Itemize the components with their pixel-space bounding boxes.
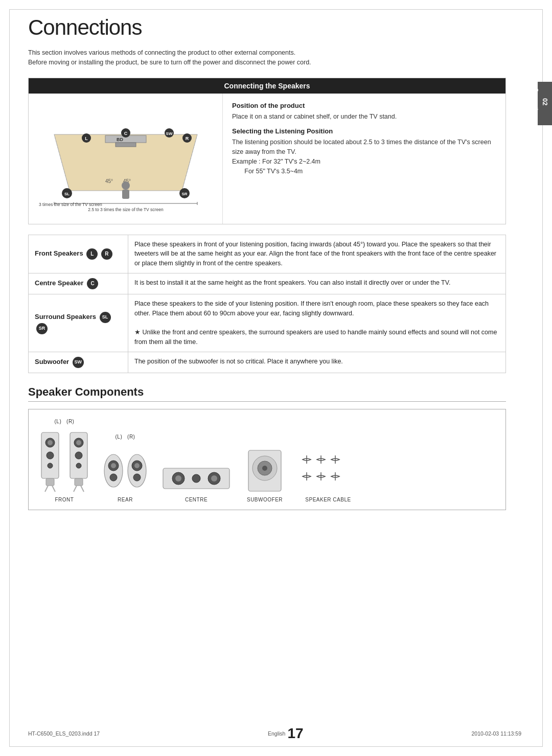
svg-line-42 xyxy=(81,486,84,492)
connecting-speakers-header: Connecting the Speakers xyxy=(29,78,505,94)
centre-speaker-label: Centre Speaker C xyxy=(29,273,128,294)
side-tab-number: 02 xyxy=(541,98,549,105)
svg-line-33 xyxy=(45,486,48,492)
speakers-diagram: 45° 45° BD C SW L xyxy=(29,94,223,224)
svg-text:R: R xyxy=(185,136,189,141)
speaker-components-title: Speaker Components xyxy=(28,385,506,402)
intro-line2: Before moving or installing the product,… xyxy=(28,58,506,67)
side-tab-label: Connections xyxy=(533,88,539,119)
surround-speakers-label: Surround Speakers SL SR xyxy=(29,294,128,352)
svg-point-37 xyxy=(76,440,81,445)
page-footer: HT-C6500_ELS_0203.indd 17 English 17 201… xyxy=(28,725,521,742)
svg-point-54 xyxy=(192,474,200,483)
svg-point-31 xyxy=(48,463,53,468)
svg-point-50 xyxy=(133,474,141,481)
component-subwoofer: SUBWOOFER xyxy=(244,448,285,502)
svg-text:2.5 to 3 times the size of the: 2.5 to 3 times the size of the TV screen xyxy=(88,207,164,212)
svg-text:SL: SL xyxy=(64,192,69,196)
badge-L: L xyxy=(86,248,98,260)
svg-text:BD: BD xyxy=(117,137,123,142)
example-line2: For 55" TV's 3.5~4m xyxy=(244,168,303,175)
speakers-info: Position of the product Place it on a st… xyxy=(223,94,505,224)
position-heading: Position of the product xyxy=(232,102,496,109)
listening-text: The listening position should be located… xyxy=(232,138,496,176)
speaker-cable-svg xyxy=(297,453,359,494)
page-number-area: English 17 xyxy=(268,725,304,742)
page-number: 17 xyxy=(287,725,303,742)
footer-left: HT-C6500_ELS_0203.indd 17 xyxy=(28,730,100,737)
badge-SW: SW xyxy=(73,357,84,368)
table-row: Front Speakers L R Place these speakers … xyxy=(29,235,506,273)
speaker-cable-label: SPEAKER CABLE xyxy=(305,497,351,502)
svg-rect-40 xyxy=(75,478,83,486)
svg-point-45 xyxy=(111,463,116,468)
speaker-diagram-svg: 45° 45° BD C SW L xyxy=(39,104,213,216)
centre-speaker-desc: It is best to install it at the same hei… xyxy=(128,273,506,294)
example-line1: Example : For 32" TV's 2~2.4m xyxy=(232,158,320,165)
rear-sublabel: (L) (R) xyxy=(116,434,135,440)
svg-text:SW: SW xyxy=(166,131,172,136)
footer-right: 2010-02-03 11:13:59 xyxy=(472,730,522,737)
badge-SR: SR xyxy=(36,323,48,334)
badge-R: R xyxy=(101,248,112,260)
subwoofer-label: SUBWOOFER xyxy=(247,497,283,502)
svg-point-30 xyxy=(47,452,54,459)
svg-line-41 xyxy=(74,486,77,492)
component-front: (L) (R) xyxy=(39,419,90,502)
svg-text:L: L xyxy=(85,136,88,141)
intro-text: This section involves various methods of… xyxy=(28,48,506,67)
svg-point-56 xyxy=(211,475,217,482)
front-label: FRONT xyxy=(55,497,74,502)
svg-point-39 xyxy=(76,463,81,468)
speakers-content: 45° 45° BD C SW L xyxy=(29,94,505,224)
svg-point-60 xyxy=(262,466,267,471)
svg-text:2.5 to 3 times the size of the: 2.5 to 3 times the size of the TV screen xyxy=(39,202,102,207)
svg-point-46 xyxy=(110,474,117,481)
svg-point-49 xyxy=(134,463,140,468)
side-tab: 02 Connections xyxy=(538,82,552,125)
centre-label: CENTRE xyxy=(185,497,208,502)
listening-heading: Selecting the Listening Position xyxy=(232,127,496,135)
svg-rect-21 xyxy=(122,190,129,199)
main-content: Connections This section involves variou… xyxy=(28,15,521,510)
connecting-speakers-section: Connecting the Speakers 45° 45° xyxy=(28,78,506,224)
component-centre: CENTRE xyxy=(160,463,232,502)
listening-text-content: The listening position should be located… xyxy=(232,139,491,155)
svg-rect-32 xyxy=(46,478,54,486)
svg-point-29 xyxy=(48,440,53,445)
page-title: Connections xyxy=(28,15,506,40)
svg-text:45°: 45° xyxy=(105,178,113,184)
component-rear: (L) (R) REAR xyxy=(102,434,148,502)
centre-speaker-svg xyxy=(160,463,232,494)
rear-label: REAR xyxy=(118,497,133,502)
component-speaker-cable: SPEAKER CABLE xyxy=(297,453,359,502)
table-row: Centre Speaker C It is best to install i… xyxy=(29,273,506,294)
position-text: Place it on a stand or cabinet shelf, or… xyxy=(232,112,496,122)
rear-speakers-svg xyxy=(102,443,148,494)
subwoofer-label: Subwoofer SW xyxy=(29,352,128,373)
svg-line-34 xyxy=(52,486,55,492)
surround-speakers-desc: Place these speakers to the side of your… xyxy=(128,294,506,352)
svg-text:C: C xyxy=(124,131,127,136)
svg-rect-6 xyxy=(116,143,136,147)
svg-point-20 xyxy=(122,181,130,190)
speaker-components-section: Speaker Components (L) (R) xyxy=(28,385,506,510)
table-row: Surround Speakers SL SR Place these spea… xyxy=(29,294,506,352)
svg-text:SR: SR xyxy=(181,192,187,196)
front-speakers-label: Front Speakers L R xyxy=(29,235,128,273)
language-label: English xyxy=(268,730,285,737)
svg-point-53 xyxy=(175,475,181,482)
front-sublabel: (L) (R) xyxy=(55,419,75,424)
intro-line1: This section involves various methods of… xyxy=(28,48,506,58)
subwoofer-desc: The position of the subwoofer is not so … xyxy=(128,352,506,373)
table-row: Subwoofer SW The position of the subwoof… xyxy=(29,352,506,373)
badge-C: C xyxy=(87,278,98,289)
front-speakers-desc: Place these speakers in front of your li… xyxy=(128,235,506,273)
subwoofer-svg xyxy=(244,448,285,494)
svg-point-38 xyxy=(75,452,82,459)
speaker-table: Front Speakers L R Place these speakers … xyxy=(28,235,506,373)
components-box: (L) (R) xyxy=(28,409,506,510)
front-speakers-svg xyxy=(39,427,90,494)
badge-SL: SL xyxy=(100,312,111,323)
